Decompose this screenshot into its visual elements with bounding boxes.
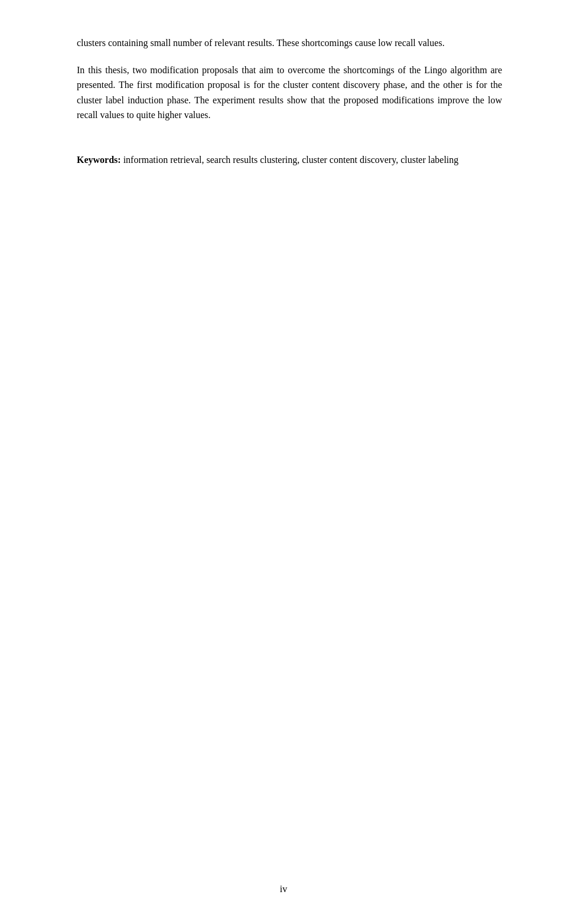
keywords-section: Keywords: information retrieval, search …	[77, 152, 502, 168]
paragraph-2: In this thesis, two modification proposa…	[77, 63, 502, 123]
page-number: iv	[280, 884, 287, 894]
keywords-label: Keywords:	[77, 155, 121, 165]
paragraph-1: clusters containing small number of rele…	[77, 35, 502, 51]
keywords-text: information retrieval, search results cl…	[121, 155, 459, 165]
content-area: clusters containing small number of rele…	[77, 35, 502, 168]
page: clusters containing small number of rele…	[0, 0, 567, 924]
